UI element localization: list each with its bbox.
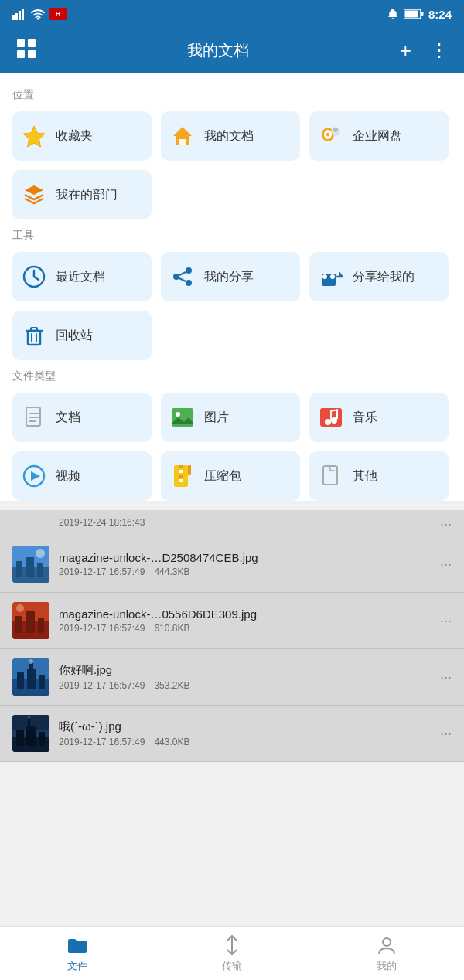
svg-rect-75 (27, 669, 36, 689)
list-item: 你好啊.jpg 2019-12-17 16:57:49 353.2KB ··· (0, 649, 464, 706)
trash-svg (22, 323, 46, 348)
list-item: 哦(´-ω-`).jpg 2019-12-17 16:57:49 443.0KB… (0, 706, 464, 762)
file-list: 2019-12-24 18:16:43 ... magazine-unlock-… (0, 510, 464, 762)
nav-files[interactable]: 文件 (0, 934, 155, 973)
svg-line-22 (34, 277, 39, 280)
tools-row-1: 最近文档 我的分享 (12, 252, 452, 301)
partial-file-item: 2019-12-24 18:16:43 ... (0, 510, 464, 536)
svg-rect-11 (28, 50, 36, 58)
zip-icon (169, 462, 196, 490)
svg-rect-63 (26, 557, 34, 577)
my-dept-button[interactable]: 我在的部门 (12, 170, 152, 219)
my-share-button[interactable]: 我的分享 (161, 252, 300, 301)
svg-point-23 (173, 274, 179, 280)
images-type-button[interactable]: 图片 (161, 393, 300, 442)
file-size: 353.2KB (154, 680, 189, 691)
video-type-button[interactable]: 视频 (12, 451, 152, 501)
svg-rect-7 (421, 12, 423, 16)
add-button[interactable]: + (400, 39, 411, 63)
svg-rect-69 (26, 611, 35, 633)
svg-point-43 (176, 412, 180, 417)
zip-type-button[interactable]: 压缩包 (161, 451, 300, 501)
bottom-spacer (0, 762, 464, 816)
music-icon (317, 403, 345, 431)
video-svg (22, 464, 46, 488)
menu-icon[interactable] (15, 38, 37, 63)
brand-logo: H (49, 8, 67, 20)
location-section-label: 位置 (12, 88, 452, 102)
more-button[interactable]: ⋮ (430, 39, 449, 61)
file-name: 哦(´-ω-`).jpg (59, 720, 337, 734)
svg-point-88 (383, 938, 391, 946)
zip-type-label: 压缩包 (204, 468, 241, 485)
my-docs-button[interactable]: 我的文档 (161, 111, 300, 161)
nav-mine[interactable]: 我的 (309, 934, 464, 973)
file-more-button[interactable]: ··· (440, 726, 452, 742)
svg-point-71 (16, 604, 24, 612)
svg-rect-54 (179, 465, 183, 468)
city-thumb-4 (12, 715, 49, 752)
nav-transfer-label: 传输 (222, 959, 242, 973)
bottom-navigation: 文件 传输 我的 (0, 926, 464, 980)
file-name: magazine-unlock-…D2508474CEB.jpg (59, 551, 337, 564)
clock: 8:24 (428, 8, 452, 21)
city-thumb-2 (12, 602, 49, 639)
clock-icon (20, 263, 48, 291)
svg-point-32 (330, 274, 335, 279)
svg-rect-3 (22, 9, 24, 20)
list-item: magazine-unlock-…0556D6DE309.jpg 2019-12… (0, 593, 464, 649)
file-more-button[interactable]: ··· (440, 669, 452, 686)
file-name: 你好啊.jpg (59, 663, 337, 678)
svg-rect-6 (404, 11, 418, 18)
enterprise-icon (317, 122, 345, 150)
signal-icon (12, 8, 26, 20)
svg-rect-86 (12, 715, 49, 730)
svg-point-17 (326, 133, 329, 137)
file-size: 610.8KB (154, 623, 189, 634)
enterprise-label: 企业网盘 (353, 128, 402, 145)
location-row-1: 收藏夹 我的文档 企业网盘 (12, 111, 452, 161)
svg-rect-62 (16, 561, 22, 577)
enterprise-button[interactable]: 企业网盘 (309, 111, 449, 161)
nav-transfer[interactable]: 传输 (155, 934, 309, 973)
zip-svg (170, 464, 195, 488)
nav-files-label: 文件 (67, 959, 87, 973)
file-types-row-2: 视频 压缩包 (12, 451, 452, 501)
city-thumb-3 (12, 658, 49, 696)
other-svg (319, 464, 343, 488)
layers-icon (20, 181, 48, 209)
app-header: 我的文档 + ⋮ (0, 28, 464, 73)
file-more-button[interactable]: ··· (440, 556, 452, 573)
file-meta: 2019-12-17 16:57:49 610.8KB (59, 623, 431, 634)
music-type-label: 音乐 (353, 410, 377, 426)
svg-rect-58 (188, 465, 191, 475)
svg-point-24 (186, 267, 192, 274)
docs-type-button[interactable]: 文档 (12, 393, 152, 442)
shared-to-me-button[interactable]: 分享给我的 (309, 252, 449, 301)
doc-svg (22, 406, 46, 429)
house-icon (169, 122, 196, 150)
other-type-button[interactable]: 其他 (309, 451, 449, 501)
recycle-button[interactable]: 回收站 (12, 311, 152, 360)
file-meta: 2019-12-17 16:57:49 444.3KB (59, 567, 431, 577)
file-info: magazine-unlock-…D2508474CEB.jpg 2019-12… (59, 551, 431, 577)
music-svg (319, 405, 343, 430)
recent-docs-label: 最近文档 (56, 269, 105, 285)
svg-point-65 (36, 549, 45, 558)
music-type-button[interactable]: 音乐 (309, 393, 449, 442)
file-thumbnail (12, 658, 49, 696)
svg-rect-56 (179, 475, 183, 478)
svg-rect-42 (172, 408, 193, 427)
file-date: 2019-12-17 16:57:49 (59, 680, 145, 691)
status-left: H (12, 8, 67, 20)
favorites-button[interactable]: 收藏夹 (12, 111, 152, 161)
svg-rect-81 (16, 730, 24, 746)
star-svg (22, 124, 46, 148)
partial-date: 2019-12-24 18:16:43 (59, 517, 145, 528)
list-item: magazine-unlock-…D2508474CEB.jpg 2019-12… (0, 536, 464, 593)
partial-more-button[interactable]: ... (440, 513, 452, 529)
recent-docs-button[interactable]: 最近文档 (12, 252, 152, 301)
file-more-button[interactable]: ··· (440, 613, 452, 629)
status-bar: H 8:24 (0, 0, 464, 28)
house-svg (170, 124, 195, 148)
